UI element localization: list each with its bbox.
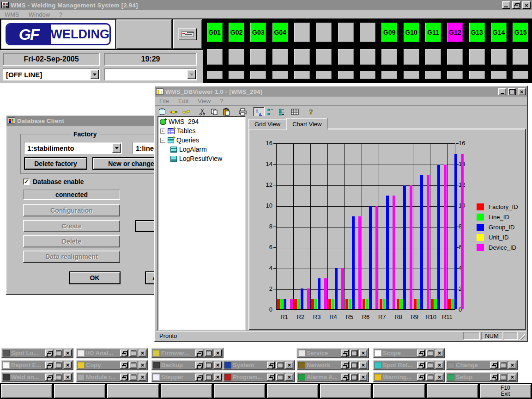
f10-exit-button[interactable]: F10Exit	[480, 384, 531, 398]
close-button[interactable]: ×	[285, 362, 293, 368]
ok-button[interactable]: OK	[69, 271, 121, 284]
group-button-G13[interactable]: G13	[469, 22, 485, 43]
print-icon[interactable]	[237, 107, 248, 117]
close-button[interactable]: ×	[64, 362, 72, 368]
records-icon[interactable]	[277, 107, 289, 117]
group-button-G14[interactable]: G14	[490, 22, 507, 43]
group-button-blank[interactable]	[359, 49, 376, 65]
group-button-blank[interactable]	[315, 70, 332, 80]
group-button-blank[interactable]	[294, 49, 310, 65]
maximize-button[interactable]	[276, 374, 284, 381]
restore-button[interactable]	[195, 362, 203, 368]
close-button[interactable]: ×	[522, 1, 531, 9]
maximize-button[interactable]	[350, 362, 358, 368]
group-button-blank[interactable]	[338, 22, 354, 43]
maximize-button[interactable]	[129, 374, 137, 381]
maximize-button[interactable]	[54, 350, 62, 356]
expander-icon[interactable]: -	[160, 138, 165, 143]
restore-button[interactable]	[490, 362, 498, 368]
restore-button[interactable]	[417, 362, 425, 368]
restore-button[interactable]	[341, 350, 349, 356]
minimized-window-firmwar[interactable]: Firmwar...×	[151, 348, 224, 358]
tree-item-logresultview[interactable]: LogResultView	[158, 154, 245, 163]
tree-item-queries[interactable]: -Queries	[158, 135, 245, 145]
fkey-button-6[interactable]	[267, 384, 318, 398]
close-button[interactable]: ×	[64, 350, 72, 356]
menu-window[interactable]: Window	[24, 10, 54, 19]
group-button-blank[interactable]	[447, 49, 463, 65]
close-button[interactable]: ×	[508, 362, 516, 368]
fkey-button-9[interactable]	[427, 384, 478, 398]
minimized-window-backup[interactable]: Backup×	[151, 360, 224, 370]
minimized-window-alarmsa[interactable]: Alarms A...×	[296, 372, 369, 382]
maximize-button[interactable]	[205, 374, 212, 381]
group-button-blank[interactable]	[469, 70, 485, 80]
minimized-window-program[interactable]: Program...×	[223, 372, 295, 382]
restore-button[interactable]	[490, 374, 498, 381]
factory-select[interactable]: 1:stabilimento	[24, 142, 122, 154]
fkey-button-2[interactable]	[54, 384, 105, 398]
group-button-G01[interactable]: G01	[206, 22, 223, 43]
restore-button[interactable]	[120, 362, 128, 368]
restore-button[interactable]	[45, 374, 53, 381]
tree-root-wms294[interactable]: WMS_294	[158, 117, 245, 126]
chevron-down-icon[interactable]	[112, 143, 121, 153]
restore-button[interactable]	[267, 362, 275, 368]
maximize-button[interactable]	[129, 362, 137, 368]
minimized-window-change[interactable]: Change×	[446, 360, 518, 370]
maximize-button[interactable]	[54, 374, 62, 381]
group-button-blank[interactable]	[381, 49, 398, 65]
group-button-blank[interactable]	[338, 49, 354, 65]
restore-button[interactable]	[341, 362, 349, 368]
close-button[interactable]: ×	[139, 350, 146, 356]
group-button-blank[interactable]	[447, 70, 463, 80]
help-icon[interactable]: ?	[305, 107, 317, 117]
fkey-button-8[interactable]	[373, 384, 424, 398]
line-select[interactable]: [OFF LINE]	[3, 68, 100, 80]
close-button[interactable]: ×	[139, 362, 146, 368]
group-button-blank[interactable]	[338, 70, 354, 80]
group-button-blank[interactable]	[272, 49, 289, 65]
minimize-button[interactable]	[498, 88, 506, 95]
close-button[interactable]: ×	[214, 350, 222, 356]
group-button-blank[interactable]	[403, 49, 420, 65]
fkey-button-4[interactable]	[161, 384, 212, 398]
restore-button[interactable]	[195, 350, 203, 356]
restore-button[interactable]	[120, 374, 128, 381]
dbv-menu-edit[interactable]: Edit	[174, 97, 193, 105]
minimized-window-reporte[interactable]: Report E...×	[1, 360, 73, 370]
maximize-button[interactable]	[205, 350, 212, 356]
paste-icon[interactable]	[221, 107, 232, 117]
group-button-blank[interactable]	[228, 49, 245, 65]
group-button-G09[interactable]: G09	[381, 22, 398, 43]
fkey-button-7[interactable]	[320, 384, 371, 398]
fieldview-icon[interactable]: aa	[253, 107, 265, 117]
group-button-blank[interactable]	[359, 22, 376, 43]
group-button-G03[interactable]: G03	[250, 22, 266, 43]
hierarchy-icon[interactable]	[265, 107, 277, 117]
minimized-window-spotref[interactable]: Spot Ref...×	[373, 360, 445, 370]
group-button-blank[interactable]	[250, 70, 266, 80]
minimized-window-system[interactable]: System×	[223, 360, 295, 370]
resize-grip[interactable]	[519, 334, 525, 340]
delete-factory-button[interactable]: Delete factory	[24, 157, 87, 170]
group-button-blank[interactable]	[490, 49, 507, 65]
tab-chart-view[interactable]: Chart View	[286, 118, 327, 130]
dbv-menu-file[interactable]: File	[155, 97, 174, 105]
group-button-blank[interactable]	[315, 49, 332, 65]
minimized-window-moduler[interactable]: Module r...×	[76, 372, 148, 382]
group-button-blank[interactable]	[512, 49, 529, 65]
restore-button[interactable]	[512, 1, 520, 9]
group-button-blank[interactable]	[381, 70, 398, 80]
restore-button[interactable]	[341, 374, 349, 381]
group-button-blank[interactable]	[206, 70, 223, 80]
close-button[interactable]: ×	[214, 374, 222, 381]
group-button-blank[interactable]	[294, 70, 310, 80]
close-button[interactable]: ×	[518, 88, 526, 95]
restore-button[interactable]	[267, 374, 275, 381]
group-button-G02[interactable]: G02	[228, 22, 245, 43]
close-button[interactable]: ×	[508, 374, 516, 381]
tree-item-logalarm[interactable]: LogAlarm	[158, 145, 245, 154]
maximize-button[interactable]	[508, 88, 516, 95]
close-button[interactable]: ×	[214, 362, 222, 368]
